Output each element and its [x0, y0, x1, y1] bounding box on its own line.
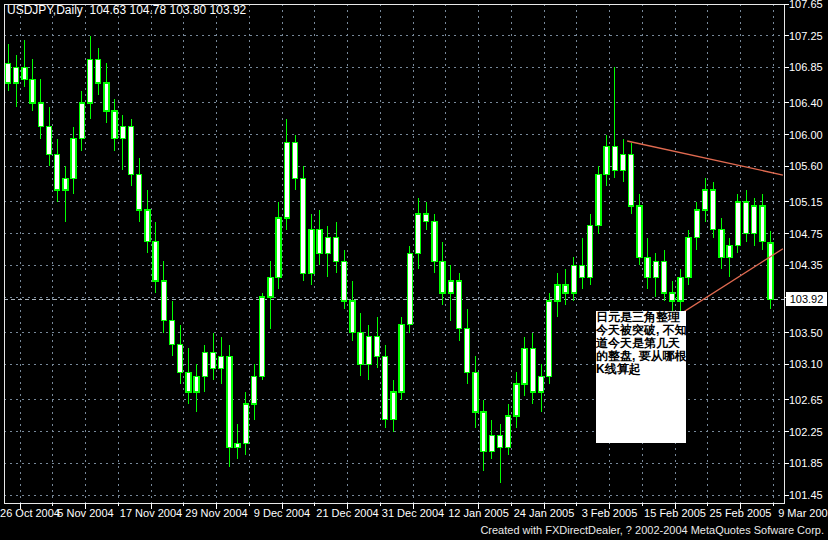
candle-body	[555, 285, 560, 301]
candle-body	[178, 345, 183, 373]
candle	[202, 345, 207, 393]
candle-body	[678, 277, 683, 301]
candle	[489, 420, 494, 460]
candle-body	[194, 376, 199, 392]
candle-body	[383, 356, 388, 419]
candle-body	[268, 277, 273, 297]
candle	[473, 356, 478, 427]
candle	[481, 400, 486, 471]
candle-body	[227, 356, 232, 447]
candle-body	[260, 297, 265, 376]
trendline-descending-resistance[interactable]	[627, 141, 783, 175]
candle-body	[621, 154, 626, 170]
annotation-line: K线算起	[596, 363, 686, 376]
candlestick-chart[interactable]	[0, 0, 828, 540]
candle-body	[596, 174, 601, 225]
candle	[211, 333, 216, 381]
candle	[653, 253, 658, 297]
y-axis-label: 105.60	[789, 160, 823, 172]
candle-body	[629, 154, 634, 205]
candle-body	[104, 83, 109, 111]
candle	[301, 166, 306, 281]
candle	[276, 202, 281, 289]
candle	[719, 218, 724, 269]
current-price-badge: 103.92	[786, 292, 827, 306]
candle-body	[752, 206, 757, 234]
credit-text: Created with FXDirectDealer, ? 2002-2004…	[480, 524, 824, 536]
candle	[194, 364, 199, 412]
candle	[645, 238, 650, 289]
y-axis-label: 106.85	[789, 61, 823, 73]
candle	[498, 424, 503, 483]
candle	[153, 222, 158, 293]
candle-body	[219, 356, 224, 368]
candle	[358, 313, 363, 376]
candle	[514, 372, 519, 427]
candle	[96, 48, 101, 96]
candle-body	[637, 206, 642, 257]
candle	[424, 202, 429, 230]
candle	[284, 119, 289, 230]
candle-body	[284, 143, 289, 218]
y-axis-label: 104.75	[789, 228, 823, 240]
candle	[727, 238, 732, 278]
candle	[678, 269, 683, 317]
candle	[465, 309, 470, 384]
candle-body	[112, 111, 117, 139]
candle-body	[47, 127, 52, 155]
candle-body	[711, 190, 716, 230]
candle-body	[514, 384, 519, 416]
candle-body	[473, 372, 478, 412]
candle-body	[137, 174, 142, 210]
candle-body	[653, 261, 658, 277]
candle	[571, 257, 576, 301]
candle-body	[325, 238, 330, 254]
candle	[457, 273, 462, 340]
candle-body	[440, 261, 445, 293]
candle-body	[375, 337, 380, 357]
candle	[629, 143, 634, 214]
y-axis-label: 106.40	[789, 97, 823, 109]
y-axis-label: 105.15	[789, 196, 823, 208]
candle	[342, 250, 347, 309]
candle	[383, 345, 388, 428]
candle-body	[170, 321, 175, 345]
candle-body	[719, 230, 724, 258]
candle	[588, 214, 593, 285]
candle	[227, 345, 232, 468]
annotation-box[interactable]: 日元是三角整理 今天被突破, 不知 道今天是第几天 的整盘, 要从哪根 K线算起	[596, 311, 686, 443]
candle	[252, 364, 257, 419]
candle-body	[465, 329, 470, 373]
candle	[662, 250, 667, 301]
candle	[14, 55, 19, 106]
candle	[219, 337, 224, 385]
candle-body	[399, 325, 404, 392]
candle-body	[63, 178, 68, 190]
candle	[137, 158, 142, 221]
candle-body	[161, 281, 166, 321]
candle	[178, 325, 183, 384]
candle-body	[309, 230, 314, 274]
y-axis-label: 102.65	[789, 394, 823, 406]
candle-body	[407, 253, 412, 324]
candle-body	[358, 333, 363, 365]
candle-body	[727, 246, 732, 258]
candle-body	[14, 67, 19, 83]
candle	[637, 194, 642, 265]
candle-body	[735, 202, 740, 246]
candle-body	[588, 226, 593, 277]
candle	[694, 202, 699, 250]
candle	[596, 166, 601, 233]
candle-body	[662, 261, 667, 293]
candle	[530, 333, 535, 404]
candle-body	[391, 392, 396, 420]
candle-body	[30, 79, 35, 103]
candle-body	[489, 436, 494, 452]
candle	[120, 115, 125, 170]
candle-body	[88, 59, 93, 103]
candle	[170, 301, 175, 356]
candle	[416, 198, 421, 269]
candle-body	[448, 281, 453, 293]
y-axis-label: 107.25	[789, 30, 823, 42]
candle-body	[243, 404, 248, 444]
